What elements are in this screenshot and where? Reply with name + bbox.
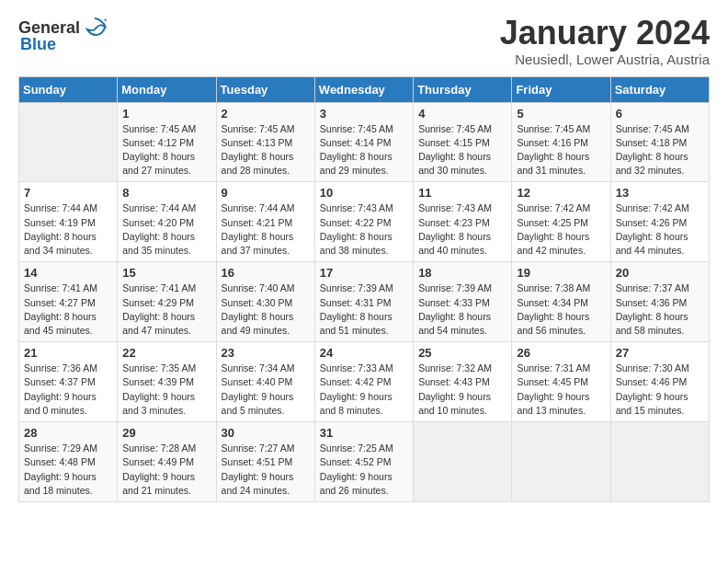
day-number: 16 xyxy=(222,266,310,280)
calendar-cell: 6Sunrise: 7:45 AMSunset: 4:18 PMDaylight… xyxy=(610,102,709,182)
day-number: 23 xyxy=(222,346,310,360)
week-row-1: 7Sunrise: 7:44 AMSunset: 4:19 PMDaylight… xyxy=(19,182,710,262)
day-info: Sunrise: 7:34 AMSunset: 4:40 PMDaylight:… xyxy=(222,362,310,418)
calendar-cell: 22Sunrise: 7:35 AMSunset: 4:39 PMDayligh… xyxy=(118,342,216,422)
day-number: 15 xyxy=(122,266,210,280)
day-info: Sunrise: 7:32 AMSunset: 4:43 PMDaylight:… xyxy=(418,362,506,418)
calendar-cell: 31Sunrise: 7:25 AMSunset: 4:52 PMDayligh… xyxy=(314,422,413,502)
calendar-cell: 4Sunrise: 7:45 AMSunset: 4:15 PMDaylight… xyxy=(414,102,512,182)
day-info: Sunrise: 7:44 AMSunset: 4:19 PMDaylight:… xyxy=(24,201,112,258)
header-saturday: Saturday xyxy=(610,76,709,102)
calendar-cell: 5Sunrise: 7:45 AMSunset: 4:16 PMDaylight… xyxy=(512,102,610,182)
calendar-cell xyxy=(512,422,610,502)
month-title: January 2024 xyxy=(500,15,710,52)
calendar-cell: 27Sunrise: 7:30 AMSunset: 4:46 PMDayligh… xyxy=(610,342,709,422)
header-thursday: Thursday xyxy=(414,76,512,102)
day-info: Sunrise: 7:28 AMSunset: 4:49 PMDaylight:… xyxy=(122,442,210,498)
day-info: Sunrise: 7:45 AMSunset: 4:14 PMDaylight:… xyxy=(320,122,408,178)
day-info: Sunrise: 7:41 AMSunset: 4:27 PMDaylight:… xyxy=(24,282,112,338)
day-number: 5 xyxy=(517,107,605,121)
day-info: Sunrise: 7:39 AMSunset: 4:33 PMDaylight:… xyxy=(418,282,506,338)
logo-text-blue: Blue xyxy=(20,35,56,54)
day-info: Sunrise: 7:38 AMSunset: 4:34 PMDaylight:… xyxy=(517,282,605,338)
day-info: Sunrise: 7:45 AMSunset: 4:13 PMDaylight:… xyxy=(222,122,310,178)
day-number: 10 xyxy=(320,186,408,200)
day-number: 19 xyxy=(517,266,605,280)
location-title: Neusiedl, Lower Austria, Austria xyxy=(500,52,710,67)
day-number: 28 xyxy=(24,426,112,440)
logo-bird-icon xyxy=(82,15,108,40)
calendar-cell: 9Sunrise: 7:44 AMSunset: 4:21 PMDaylight… xyxy=(216,182,314,262)
calendar-cell xyxy=(414,422,512,502)
week-row-2: 14Sunrise: 7:41 AMSunset: 4:27 PMDayligh… xyxy=(19,262,710,342)
title-area: January 2024 Neusiedl, Lower Austria, Au… xyxy=(500,15,710,67)
day-info: Sunrise: 7:43 AMSunset: 4:22 PMDaylight:… xyxy=(320,201,408,258)
day-number: 30 xyxy=(222,426,310,440)
day-number: 26 xyxy=(517,346,605,360)
day-info: Sunrise: 7:36 AMSunset: 4:37 PMDaylight:… xyxy=(24,362,112,418)
header: General Blue January 2024 Neusiedl, Lowe… xyxy=(18,15,710,67)
day-info: Sunrise: 7:37 AMSunset: 4:36 PMDaylight:… xyxy=(616,282,704,338)
calendar-cell: 26Sunrise: 7:31 AMSunset: 4:45 PMDayligh… xyxy=(512,342,610,422)
calendar-cell: 20Sunrise: 7:37 AMSunset: 4:36 PMDayligh… xyxy=(610,262,709,342)
header-sunday: Sunday xyxy=(19,76,118,102)
day-number: 11 xyxy=(418,186,506,200)
day-info: Sunrise: 7:31 AMSunset: 4:45 PMDaylight:… xyxy=(517,362,605,418)
day-info: Sunrise: 7:44 AMSunset: 4:20 PMDaylight:… xyxy=(122,201,210,258)
week-row-3: 21Sunrise: 7:36 AMSunset: 4:37 PMDayligh… xyxy=(19,342,710,422)
day-number: 29 xyxy=(122,426,210,440)
calendar-cell: 18Sunrise: 7:39 AMSunset: 4:33 PMDayligh… xyxy=(414,262,512,342)
day-number: 7 xyxy=(24,186,112,200)
day-info: Sunrise: 7:45 AMSunset: 4:15 PMDaylight:… xyxy=(418,122,506,178)
day-number: 14 xyxy=(24,266,112,280)
calendar-cell: 8Sunrise: 7:44 AMSunset: 4:20 PMDaylight… xyxy=(118,182,216,262)
day-number: 21 xyxy=(24,346,112,360)
day-info: Sunrise: 7:42 AMSunset: 4:26 PMDaylight:… xyxy=(616,201,704,258)
day-number: 31 xyxy=(320,426,408,440)
day-number: 25 xyxy=(418,346,506,360)
day-number: 20 xyxy=(616,266,704,280)
calendar-cell: 17Sunrise: 7:39 AMSunset: 4:31 PMDayligh… xyxy=(314,262,413,342)
calendar-cell: 28Sunrise: 7:29 AMSunset: 4:48 PMDayligh… xyxy=(19,422,118,502)
day-number: 27 xyxy=(616,346,704,360)
header-friday: Friday xyxy=(512,76,610,102)
calendar-header-row: SundayMondayTuesdayWednesdayThursdayFrid… xyxy=(19,76,710,102)
day-number: 13 xyxy=(616,186,704,200)
day-info: Sunrise: 7:45 AMSunset: 4:16 PMDaylight:… xyxy=(517,122,605,178)
header-monday: Monday xyxy=(118,76,216,102)
calendar-table: SundayMondayTuesdayWednesdayThursdayFrid… xyxy=(18,76,710,502)
calendar-cell: 25Sunrise: 7:32 AMSunset: 4:43 PMDayligh… xyxy=(414,342,512,422)
calendar-cell: 14Sunrise: 7:41 AMSunset: 4:27 PMDayligh… xyxy=(19,262,118,342)
calendar-cell: 19Sunrise: 7:38 AMSunset: 4:34 PMDayligh… xyxy=(512,262,610,342)
calendar-cell: 11Sunrise: 7:43 AMSunset: 4:23 PMDayligh… xyxy=(414,182,512,262)
day-number: 22 xyxy=(122,346,210,360)
day-info: Sunrise: 7:35 AMSunset: 4:39 PMDaylight:… xyxy=(122,362,210,418)
day-info: Sunrise: 7:44 AMSunset: 4:21 PMDaylight:… xyxy=(222,201,310,258)
logo: General Blue xyxy=(18,15,108,54)
calendar-cell: 16Sunrise: 7:40 AMSunset: 4:30 PMDayligh… xyxy=(216,262,314,342)
day-info: Sunrise: 7:39 AMSunset: 4:31 PMDaylight:… xyxy=(320,282,408,338)
calendar-cell: 23Sunrise: 7:34 AMSunset: 4:40 PMDayligh… xyxy=(216,342,314,422)
calendar-cell: 24Sunrise: 7:33 AMSunset: 4:42 PMDayligh… xyxy=(314,342,413,422)
day-info: Sunrise: 7:40 AMSunset: 4:30 PMDaylight:… xyxy=(222,282,310,338)
day-number: 18 xyxy=(418,266,506,280)
day-info: Sunrise: 7:43 AMSunset: 4:23 PMDaylight:… xyxy=(418,201,506,258)
day-number: 9 xyxy=(222,186,310,200)
day-number: 24 xyxy=(320,346,408,360)
day-number: 1 xyxy=(122,107,210,121)
calendar-cell: 2Sunrise: 7:45 AMSunset: 4:13 PMDaylight… xyxy=(216,102,314,182)
calendar-cell: 12Sunrise: 7:42 AMSunset: 4:25 PMDayligh… xyxy=(512,182,610,262)
day-info: Sunrise: 7:29 AMSunset: 4:48 PMDaylight:… xyxy=(24,442,112,498)
day-info: Sunrise: 7:42 AMSunset: 4:25 PMDaylight:… xyxy=(517,201,605,258)
day-info: Sunrise: 7:33 AMSunset: 4:42 PMDaylight:… xyxy=(320,362,408,418)
day-number: 3 xyxy=(320,107,408,121)
day-number: 6 xyxy=(616,107,704,121)
calendar-cell: 30Sunrise: 7:27 AMSunset: 4:51 PMDayligh… xyxy=(216,422,314,502)
day-number: 2 xyxy=(222,107,310,121)
calendar-cell: 15Sunrise: 7:41 AMSunset: 4:29 PMDayligh… xyxy=(118,262,216,342)
day-number: 8 xyxy=(122,186,210,200)
day-info: Sunrise: 7:27 AMSunset: 4:51 PMDaylight:… xyxy=(222,442,310,498)
day-number: 4 xyxy=(418,107,506,121)
day-number: 17 xyxy=(320,266,408,280)
calendar-cell xyxy=(610,422,709,502)
